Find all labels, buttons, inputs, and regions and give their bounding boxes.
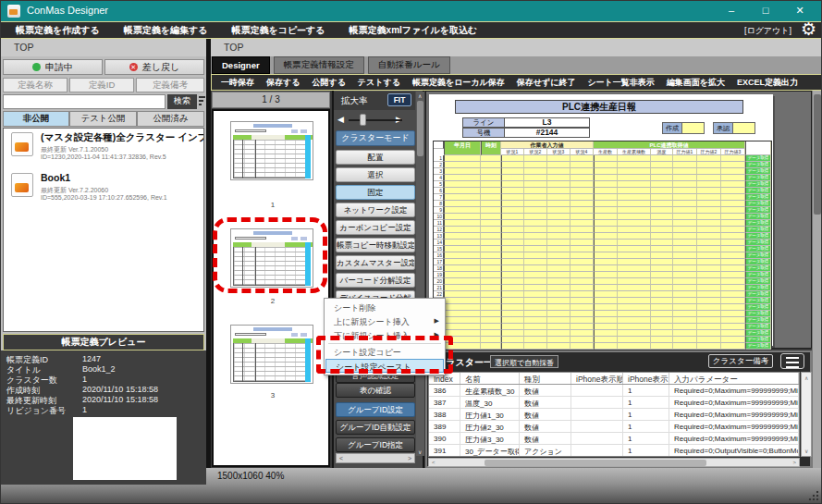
menu-item-1[interactable]: 帳票定義を編集する	[124, 24, 208, 37]
tool-button-3[interactable]: ネットワーク設定	[336, 203, 415, 217]
left-tab-0[interactable]: 非公開	[3, 111, 69, 127]
menu-item-0[interactable]: 帳票定義を作成する	[16, 24, 100, 37]
tab-2[interactable]: 自動採番ルール	[368, 56, 450, 74]
machine-value-cell[interactable]: #2144	[505, 128, 590, 138]
sheet-cell	[721, 304, 745, 311]
cluster-column-header-5[interactable]: 入力パラメーター	[669, 373, 799, 384]
sheet-table[interactable]: 年月日時刻作業者入力値状況1状況2状況3状況4PLC連携取得値生産数生産累積数温…	[433, 141, 772, 350]
toolbar-item-1[interactable]: 保存する	[266, 77, 300, 89]
menu-item-2[interactable]: 帳票定義をコピーする	[231, 24, 325, 37]
canvas-vscrollbar[interactable]	[812, 91, 821, 468]
toolbar-item-3[interactable]: テストする	[358, 77, 400, 89]
approve-value-cell[interactable]	[733, 122, 755, 134]
cluster-memo-button[interactable]: クラスター備考	[708, 354, 773, 368]
line-value-cell[interactable]: L3	[505, 117, 590, 128]
maximize-button[interactable]: □	[750, 1, 781, 21]
context-menu-item-0[interactable]: シート削除	[325, 301, 445, 314]
cluster-column-header-1[interactable]: 名前	[460, 373, 520, 384]
cluster-cell: 数値	[520, 433, 571, 444]
list-item[interactable]: (マスタ設定各種)全クラスター インプットサン最終更新 Ver.7.1.2005…	[4, 129, 203, 169]
slider-track[interactable]	[349, 119, 402, 121]
resize-grip[interactable]	[807, 489, 820, 502]
tool-dark-button-3[interactable]: グループID自動設定	[336, 420, 415, 435]
tool-button-2[interactable]: 固定	[336, 185, 415, 200]
search-button[interactable]: 検索	[167, 94, 197, 109]
tool-button-7[interactable]: バーコード分解設定	[336, 273, 415, 288]
tool-button-4[interactable]: カーボンコピー設定	[336, 220, 415, 235]
tools-hscrollbar[interactable]: <>	[336, 453, 415, 463]
slider-left-arrow-icon[interactable]: ◀	[337, 115, 344, 124]
left-tab-1[interactable]: テスト公開	[69, 111, 137, 127]
status-button-0[interactable]: 申請中	[3, 59, 103, 75]
sheet-title-cell[interactable]: PLC連携生産日報	[455, 100, 743, 114]
toolbar-item-0[interactable]: 一時保存	[221, 77, 254, 89]
cluster-column-header-4[interactable]: iPhone表示	[623, 373, 669, 384]
context-menu-item-3[interactable]: シート設定コピー	[325, 345, 445, 359]
line-label-cell[interactable]: ライン	[462, 117, 505, 128]
tool-dark-button-4[interactable]: グループID指定	[336, 437, 415, 452]
sheet-thumbnail-1[interactable]	[230, 121, 313, 180]
close-button[interactable]: ✕	[784, 1, 816, 21]
tool-button-0[interactable]: 配置	[336, 150, 415, 165]
auto-number-button[interactable]: 選択順で自動採番	[490, 355, 558, 368]
sheet-cell	[618, 291, 651, 298]
tool-button-5[interactable]: 帳票コピー時移動設定	[336, 238, 415, 252]
context-menu-item-2[interactable]: 下に新規シート挿入▶	[325, 328, 445, 342]
status-button-1[interactable]: ✕差し戻し	[104, 59, 204, 75]
minimize-button[interactable]: –	[716, 1, 747, 21]
sheet-cell	[524, 175, 547, 181]
table-row[interactable]: 390圧力値3_30数値1Required=0;Maximum=99999999…	[429, 433, 799, 445]
toolbar-item-2[interactable]: 公開する	[312, 77, 345, 89]
sheet-cell	[547, 259, 570, 265]
toolbar-item-4[interactable]: 帳票定義をローカル保存	[412, 77, 505, 89]
logout-link[interactable]: [ログアウト]	[744, 25, 791, 37]
sheet-thumbnail-3[interactable]	[230, 325, 313, 384]
fit-button[interactable]: FIT	[387, 93, 411, 106]
tool-button-1[interactable]: 選択	[336, 167, 415, 182]
created-value-cell[interactable]	[682, 122, 705, 134]
cluster-hscrollbar[interactable]: <>	[428, 458, 800, 467]
left-tab-2[interactable]: 公開済み	[137, 111, 204, 127]
sheet-row: 16データ取得	[434, 252, 771, 259]
table-row[interactable]: 386生産累積数_30数値1Required=0;Maximum=9999999…	[429, 385, 799, 397]
cluster-column-header-3[interactable]: iPhone表示順	[571, 373, 623, 384]
sheet-cell: データ取得	[745, 304, 771, 311]
table-row[interactable]: 39130_データー取得アクション1Required=0;OutputVisib…	[429, 445, 799, 457]
tool-dark-button-1[interactable]: 表の確認	[336, 383, 415, 398]
cluster-mode-button[interactable]: クラスターモード	[336, 130, 415, 146]
context-menu-item-1[interactable]: 上に新規シート挿入▶	[325, 314, 445, 328]
context-menu-item-4[interactable]: シート設定ペースト	[325, 359, 444, 373]
created-label-cell[interactable]: 作成	[662, 122, 682, 134]
approve-label-cell[interactable]: 承認	[713, 122, 733, 134]
sort-icon[interactable]	[199, 96, 205, 107]
tab-1[interactable]: 帳票定義情報設定	[274, 56, 364, 74]
tool-button-6[interactable]: カスタムマスター設定	[336, 255, 415, 270]
sheet-thumbnail-2[interactable]	[230, 228, 313, 288]
tools-vscrollbar[interactable]: ∧∨	[416, 92, 424, 456]
filter-field-0[interactable]: 定義名称	[3, 78, 67, 92]
table-row[interactable]: 387温度_30数値1Required=0;Maximum=999999999;…	[429, 397, 799, 409]
toolbar-item-6[interactable]: シート一覧非表示	[587, 77, 654, 89]
table-row[interactable]: 388圧力値1_30数値1Required=0;Maximum=99999999…	[429, 409, 799, 421]
filter-field-2[interactable]: 定義備考	[136, 78, 204, 92]
table-row[interactable]: 389圧力値2_30数値1Required=0;Maximum=99999999…	[429, 421, 799, 433]
tab-0[interactable]: Designer	[212, 56, 270, 74]
cluster-column-header-2[interactable]: 種別	[520, 373, 571, 384]
list-item[interactable]: Book1最終更新 Ver.7.2.20060ID=555,2020-03-19…	[4, 169, 203, 210]
sheet-cell	[651, 272, 673, 278]
filter-field-1[interactable]: 定義ID	[69, 78, 134, 92]
menu-item-3[interactable]: 帳票定義xmlファイルを取込む	[350, 24, 478, 37]
slider-thumb[interactable]	[360, 114, 366, 126]
sheet-cell	[594, 324, 618, 330]
toolbar-item-5[interactable]: 保存せずに終了	[517, 77, 576, 89]
gear-icon[interactable]: ⚙	[801, 20, 816, 39]
search-input[interactable]	[3, 94, 166, 109]
machine-label-cell[interactable]: 号機	[462, 128, 505, 138]
hamburger-menu-icon[interactable]	[780, 353, 804, 369]
cluster-vscrollbar[interactable]: ∧∨	[801, 372, 812, 457]
tool-dark-button-2[interactable]: グループID設定	[336, 402, 415, 417]
toolbar-item-7[interactable]: 編集画面を拡大	[667, 77, 725, 89]
sheet-cell: 圧力値3	[721, 149, 745, 155]
sheet-canvas[interactable]: PLC連携生産日報 ライン L3 号機 #2144 作成 承認 年月日時刻作業者…	[429, 94, 773, 346]
toolbar-item-8[interactable]: EXCEL定義出力	[737, 77, 798, 89]
